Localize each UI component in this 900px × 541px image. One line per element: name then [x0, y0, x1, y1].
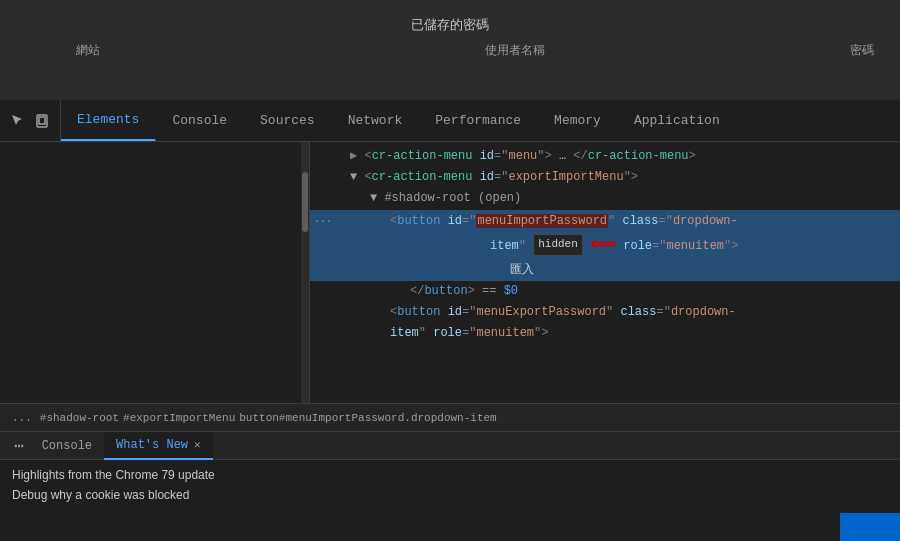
password-manager: 已儲存的密碼 網站 使用者名稱 密碼 [0, 0, 900, 100]
code-line-export-cont[interactable]: item" role="menuitem"> [310, 323, 900, 344]
console-area: ⋯ Console What's New ✕ Highlights from t… [0, 431, 900, 541]
device-icon[interactable] [32, 111, 52, 131]
tab-close-icon[interactable]: ✕ [194, 438, 201, 451]
tab-console[interactable]: Console [156, 100, 244, 141]
pm-headers: 網站 使用者名稱 密碼 [16, 38, 884, 63]
inspect-icon[interactable] [8, 111, 28, 131]
breadcrumb-dots[interactable]: ... [8, 410, 36, 426]
browser-top-area: 已儲存的密碼 網站 使用者名稱 密碼 [0, 0, 900, 100]
code-line-shadow-root[interactable]: ▼ #shadow-root (open) [310, 188, 900, 209]
left-scrollbar[interactable] [301, 142, 309, 403]
toolbar-icons [0, 100, 61, 141]
devtools-panel: Elements Console Sources Network Perform… [0, 100, 900, 541]
red-arrow-icon: ⟸ [590, 235, 616, 255]
line-dots: ... [314, 212, 332, 228]
breadcrumb-shadow-root[interactable]: #shadow-root [40, 412, 119, 424]
elements-content: ▶ <cr-action-menu id="menu"> … </cr-acti… [310, 142, 900, 348]
console-tabs: ⋯ Console What's New ✕ [0, 432, 900, 460]
tab-memory[interactable]: Memory [538, 100, 618, 141]
devtools-tabs: Elements Console Sources Network Perform… [61, 100, 900, 141]
tab-network[interactable]: Network [332, 100, 420, 141]
breadcrumb-bar: ... #shadow-root #exportImportMenu butto… [0, 403, 900, 431]
devtools-toolbar: Elements Console Sources Network Perform… [0, 100, 900, 142]
triangle-icon-2[interactable]: ▼ [350, 170, 357, 184]
blue-button[interactable] [840, 513, 900, 541]
code-line-import-button[interactable]: ... <button id="menuImportPassword" clas… [310, 210, 900, 281]
tab-elements[interactable]: Elements [61, 100, 156, 141]
col-site: 網站 [76, 42, 100, 59]
code-line-action-menu-1[interactable]: ▶ <cr-action-menu id="menu"> … </cr-acti… [310, 146, 900, 167]
tab-performance[interactable]: Performance [419, 100, 538, 141]
console-content: Highlights from the Chrome 79 update Deb… [0, 460, 900, 541]
code-line-button-close[interactable]: </button> == $0 [310, 281, 900, 302]
code-line-export-button[interactable]: <button id="menuExportPassword" class="d… [310, 302, 900, 323]
devtools-content: ▶ <cr-action-menu id="menu"> … </cr-acti… [0, 142, 900, 403]
import-password-id: menuImportPassword [476, 214, 608, 228]
scrollbar-thumb [302, 172, 308, 232]
tab-application[interactable]: Application [618, 100, 737, 141]
import-chinese-text: 匯入 [390, 260, 892, 279]
console-tab-console[interactable]: Console [30, 432, 104, 460]
tab-sources[interactable]: Sources [244, 100, 332, 141]
elements-panel: ▶ <cr-action-menu id="menu"> … </cr-acti… [310, 142, 900, 403]
hidden-tooltip: hidden [533, 234, 583, 256]
col-username: 使用者名稱 [485, 42, 545, 59]
code-line-export-import-menu[interactable]: ▼ <cr-action-menu id="exportImportMenu"> [310, 167, 900, 188]
svg-rect-1 [39, 117, 45, 124]
breadcrumb-button-import[interactable]: button#menuImportPassword.dropdown-item [239, 412, 496, 424]
triangle-icon-3[interactable]: ▼ [370, 191, 377, 205]
left-panel [0, 142, 310, 403]
console-item-2: Debug why a cookie was blocked [12, 488, 888, 502]
breadcrumb-export-import[interactable]: #exportImportMenu [123, 412, 235, 424]
console-tab-dots[interactable]: ⋯ [8, 436, 30, 456]
col-password: 密碼 [850, 42, 874, 59]
pm-title: 已儲存的密碼 [16, 8, 884, 38]
code-line-import-cont: item" hidden ⟸ role="menuitem"> [390, 231, 892, 260]
triangle-icon-1[interactable]: ▶ [350, 149, 357, 163]
console-tab-whats-new[interactable]: What's New ✕ [104, 432, 213, 460]
console-item-1: Highlights from the Chrome 79 update [12, 468, 888, 482]
